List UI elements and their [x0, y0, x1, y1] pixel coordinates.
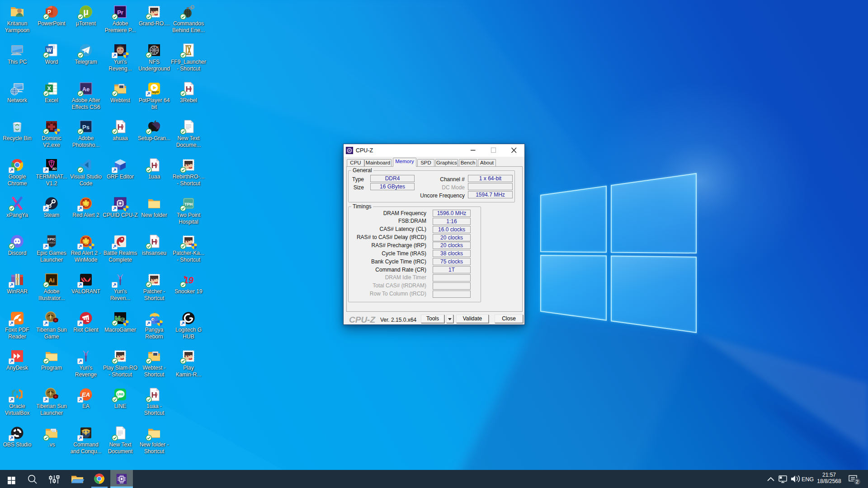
svg-text:µ: µ — [83, 7, 89, 17]
svg-text:layer: layer — [152, 90, 159, 94]
svg-text:Ai: Ai — [49, 277, 55, 284]
svg-text:EPIC: EPIC — [47, 237, 56, 241]
svg-text:ENG: ENG — [802, 476, 814, 483]
svg-text:LINE: LINE — [117, 393, 124, 396]
svg-text:Pr: Pr — [117, 9, 123, 16]
svg-text:GAMES: GAMES — [48, 242, 55, 244]
svg-text:2: 2 — [856, 479, 859, 484]
svg-text:3D: 3D — [52, 167, 57, 171]
